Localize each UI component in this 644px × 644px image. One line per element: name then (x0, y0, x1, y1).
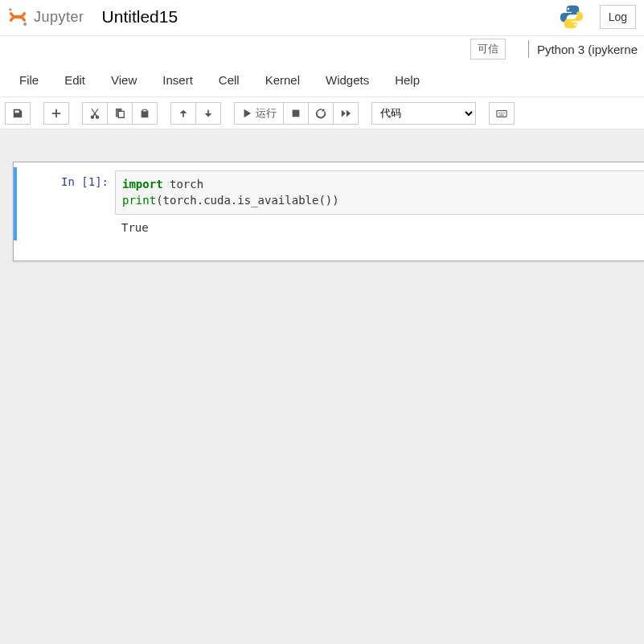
cut-icon (89, 108, 100, 119)
celltype-select[interactable]: 代码 (371, 102, 476, 125)
svg-point-3 (573, 24, 576, 27)
command-palette-button[interactable] (489, 102, 515, 125)
arrow-down-icon (203, 108, 214, 119)
kernel-name[interactable]: Python 3 (ipykerne (537, 43, 638, 56)
copy-icon (114, 108, 125, 119)
move-down-button[interactable] (195, 102, 221, 125)
notebook-area: In [1]: import torchprint(torch.cuda.is_… (0, 129, 644, 644)
play-icon (241, 108, 252, 119)
svg-point-2 (567, 8, 569, 10)
code-cell[interactable]: In [1]: import torchprint(torch.cuda.is_… (14, 167, 644, 240)
menu-view[interactable]: View (98, 67, 150, 93)
paste-button[interactable] (132, 102, 158, 125)
menu-file[interactable]: File (6, 67, 51, 93)
save-icon (12, 108, 23, 119)
arrow-up-icon (178, 108, 189, 119)
input-prompt: In [1]: (17, 170, 115, 237)
jupyter-logo[interactable]: Jupyter (6, 6, 84, 28)
jupyter-icon (6, 6, 29, 28)
menu-widgets[interactable]: Widgets (313, 67, 382, 93)
restart-run-all-button[interactable] (333, 102, 359, 125)
menu-help[interactable]: Help (382, 67, 433, 93)
run-label: 运行 (256, 106, 277, 121)
cell-io: import torchprint(torch.cuda.is_availabl… (115, 170, 644, 237)
code-input[interactable]: import torchprint(torch.cuda.is_availabl… (115, 170, 644, 215)
svg-point-0 (9, 8, 12, 11)
logo-text: Jupyter (34, 9, 84, 26)
fast-forward-icon (340, 108, 351, 119)
kernel-separator (528, 40, 529, 58)
restart-icon (315, 108, 326, 119)
cell-output: True (115, 215, 644, 237)
add-cell-button[interactable] (43, 102, 69, 125)
menu-kernel[interactable]: Kernel (252, 67, 313, 93)
svg-point-1 (23, 23, 27, 26)
status-row: 可信 Python 3 (ipykerne (0, 36, 644, 62)
run-button[interactable]: 运行 (234, 102, 284, 125)
cut-button[interactable] (82, 102, 108, 125)
menu-insert[interactable]: Insert (150, 67, 206, 93)
menu-cell[interactable]: Cell (206, 67, 252, 93)
notebook-title[interactable]: Untitled15 (102, 7, 178, 27)
svg-rect-4 (293, 109, 300, 117)
plus-icon (51, 108, 62, 119)
restart-button[interactable] (308, 102, 334, 125)
interrupt-button[interactable] (283, 102, 309, 125)
move-up-button[interactable] (170, 102, 196, 125)
keyboard-icon (496, 108, 507, 119)
menubar: File Edit View Insert Cell Kernel Widget… (0, 62, 644, 97)
notebook-container: In [1]: import torchprint(torch.cuda.is_… (13, 162, 644, 261)
python-icon (558, 3, 585, 31)
trust-badge[interactable]: 可信 (470, 39, 506, 59)
toolbar: 运行 代码 (0, 97, 644, 129)
save-button[interactable] (5, 102, 31, 125)
copy-button[interactable] (107, 102, 133, 125)
stop-icon (290, 108, 301, 119)
header: Jupyter Untitled15 Log (0, 0, 644, 36)
paste-icon (139, 108, 150, 119)
menu-edit[interactable]: Edit (51, 67, 98, 93)
login-button[interactable]: Log (600, 5, 636, 29)
